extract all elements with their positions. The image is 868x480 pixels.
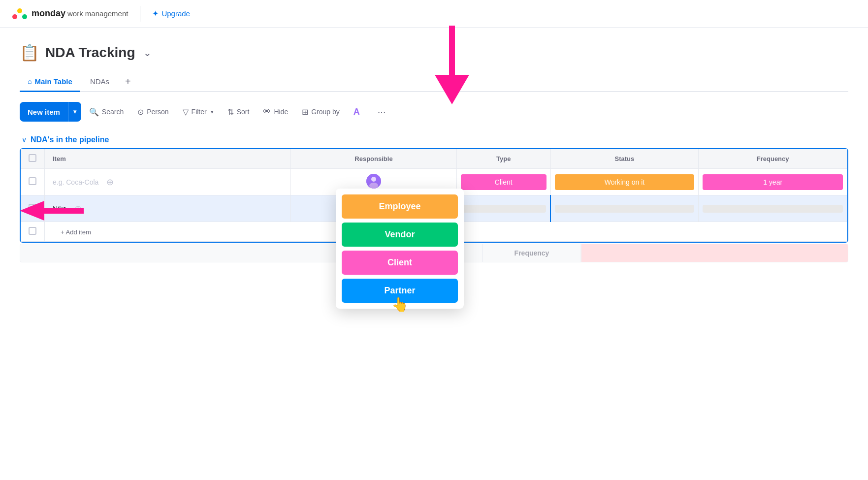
svg-point-2: [22, 14, 27, 19]
row2-comment-icon[interactable]: ⊕: [74, 203, 82, 214]
col-status-header: Status: [550, 149, 699, 169]
group-by-icon: ⊞: [302, 107, 308, 117]
dropdown-option-employee[interactable]: Employee: [342, 194, 458, 219]
avatar1-image: [366, 174, 381, 189]
tab-add-button[interactable]: +: [119, 72, 137, 91]
type-dropdown: Employee Vendor Client Partner 👆: [336, 189, 464, 309]
table-header-row: Item Responsible Type Status Frequency: [21, 149, 847, 169]
top-nav: mondaywork management ✦ Upgrade: [0, 0, 868, 28]
monday-logo[interactable]: mondaywork management: [12, 6, 128, 22]
filter-caret-icon: ▾: [211, 109, 214, 115]
page-icon: 📋: [20, 43, 39, 62]
svg-point-1: [17, 8, 22, 13]
row1-type-cell[interactable]: Client: [456, 169, 550, 195]
person-button[interactable]: ⊙ Person: [131, 103, 174, 121]
nav-divider: [140, 6, 140, 22]
col-checkbox[interactable]: [21, 149, 45, 169]
new-item-button[interactable]: New item ▾: [20, 102, 81, 122]
row2-checkbox-cell: [21, 195, 45, 222]
row1-item-name: e.g. Coca-Cola: [53, 178, 98, 186]
row1-type-badge: Client: [461, 174, 547, 190]
row1-avatar: [366, 174, 381, 189]
row2-type-badge: [461, 205, 546, 213]
group-header: ∨ NDA's in the pipeline: [20, 135, 848, 144]
hide-icon: 👁: [263, 107, 271, 116]
ellipsis-icon: ···: [374, 104, 390, 120]
add-item-checkbox: [21, 222, 45, 242]
col-responsible-header: Responsible: [291, 149, 457, 169]
sort-button[interactable]: ⇅ Sort: [222, 103, 256, 121]
filter-icon: ▽: [183, 107, 189, 117]
row1-frequency-badge: 1 year: [703, 174, 843, 190]
row1-status-badge: Working on it: [555, 174, 695, 190]
row2-type-cell[interactable]: [456, 195, 550, 222]
dropdown-option-client[interactable]: Client: [342, 251, 458, 275]
tab-ndas[interactable]: NDAs: [82, 72, 117, 92]
annotation-arrow-down: [432, 26, 472, 104]
upgrade-icon: ✦: [152, 9, 159, 18]
upgrade-button[interactable]: ✦ Upgrade: [152, 9, 190, 18]
brand-name: mondaywork management: [32, 8, 128, 19]
row2-status-badge: [555, 205, 694, 213]
table-wrapper: Item Responsible Type Status Frequency: [20, 148, 848, 243]
search-button[interactable]: 🔍 Search: [83, 103, 129, 121]
home-icon: ⌂: [28, 77, 32, 85]
svg-point-9: [369, 183, 378, 189]
new-item-label: New item: [20, 102, 68, 122]
dropdown-option-partner[interactable]: Partner 👆: [342, 279, 458, 303]
bottom-frequency-value: [581, 244, 848, 262]
row2-frequency-badge: [703, 205, 843, 213]
group-by-button[interactable]: ⊞ Group by: [296, 103, 346, 121]
search-icon: 🔍: [89, 107, 99, 117]
row1-checkbox-cell: [21, 169, 45, 195]
cursor-hand-icon: 👆: [391, 296, 409, 313]
dropdown-option-vendor[interactable]: Vendor: [342, 223, 458, 247]
row2-frequency-cell[interactable]: [699, 195, 847, 222]
toolbar: New item ▾ 🔍 Search ⊙ Person ▽ Filter ▾ …: [20, 102, 848, 122]
row2-checkbox[interactable]: [29, 204, 36, 212]
monday-logo-icon: [12, 6, 28, 22]
tab-main-table[interactable]: ⌂ Main Table: [20, 72, 80, 92]
row1-checkbox[interactable]: [29, 177, 36, 185]
ai-icon: A: [354, 107, 360, 117]
page-header: 📋 NDA Tracking ⌄: [20, 43, 848, 62]
tabs: ⌂ Main Table NDAs +: [20, 72, 848, 92]
col-frequency-header: Frequency: [699, 149, 847, 169]
group-title: NDA's in the pipeline: [31, 135, 109, 144]
add-row-checkbox[interactable]: [29, 227, 36, 235]
row1-comment-icon[interactable]: ⊕: [106, 177, 114, 188]
page-title-caret-icon[interactable]: ⌄: [143, 47, 152, 59]
row1-frequency-cell[interactable]: 1 year: [699, 169, 847, 195]
svg-point-0: [12, 14, 17, 19]
bottom-frequency-label: Frequency: [482, 244, 581, 262]
page-title: NDA Tracking: [45, 45, 135, 61]
row2-item-name: Nike: [53, 205, 66, 213]
group-caret-icon[interactable]: ∨: [22, 136, 27, 144]
main-content: 📋 NDA Tracking ⌄ ⌂ Main Table NDAs + New…: [0, 28, 868, 480]
row1-status-cell[interactable]: Working on it: [550, 169, 699, 195]
more-options-button[interactable]: ···: [368, 103, 396, 121]
add-item-label[interactable]: + Add item: [53, 224, 99, 241]
filter-button[interactable]: ▽ Filter ▾: [177, 103, 220, 121]
new-item-caret-icon[interactable]: ▾: [68, 102, 81, 122]
hide-button[interactable]: 👁 Hide: [257, 103, 294, 121]
person-icon: ⊙: [137, 107, 144, 117]
svg-point-8: [371, 177, 376, 182]
row1-item-cell[interactable]: e.g. Coca-Cola ⊕: [45, 169, 291, 195]
col-type-header: Type: [456, 149, 550, 169]
row2-item-cell[interactable]: Nike ⊕: [45, 195, 291, 222]
sort-icon: ⇅: [227, 107, 234, 117]
ai-button[interactable]: A: [348, 103, 366, 121]
row2-status-cell[interactable]: [550, 195, 699, 222]
group-section: ∨ NDA's in the pipeline Item Responsible…: [20, 135, 848, 262]
select-all-checkbox[interactable]: [29, 154, 36, 162]
col-item-header: Item: [45, 149, 291, 169]
